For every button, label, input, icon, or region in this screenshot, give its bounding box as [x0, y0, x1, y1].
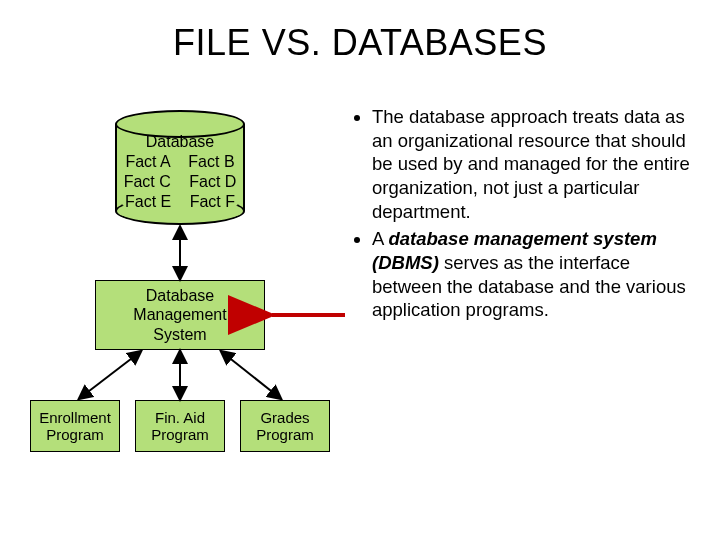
app3-line1: Grades [260, 409, 309, 426]
fact-c: Fact C [124, 173, 171, 190]
fact-b: Fact B [188, 153, 234, 170]
app-box-finaid: Fin. Aid Program [135, 400, 225, 452]
fact-d: Fact D [189, 173, 236, 190]
app2-line1: Fin. Aid [155, 409, 205, 426]
app1-line1: Enrollment [39, 409, 111, 426]
fact-f: Fact F [190, 193, 235, 210]
app-box-grades: Grades Program [240, 400, 330, 452]
page-title: FILE VS. DATABASES [0, 22, 720, 64]
app1-line2: Program [46, 426, 104, 443]
app2-line2: Program [151, 426, 209, 443]
bullet-2: A database management system (DBMS) serv… [372, 227, 695, 322]
app-box-enrollment: Enrollment Program [30, 400, 120, 452]
arrow-dbms-app3 [222, 352, 280, 398]
fact-a: Fact A [125, 153, 169, 170]
dbms-line2: Management [133, 306, 226, 323]
database-cylinder: Database Fact A Fact B Fact C Fact D Fac… [115, 110, 245, 225]
dbms-box: Database Management System [95, 280, 265, 350]
fact-e: Fact E [125, 193, 171, 210]
database-label: Database [115, 132, 245, 152]
app3-line2: Program [256, 426, 314, 443]
arrow-dbms-app1 [80, 352, 140, 398]
bullet-1: The database approach treats data as an … [372, 105, 695, 223]
bullet-list: The database approach treats data as an … [350, 105, 695, 326]
dbms-line3: System [153, 326, 206, 343]
database-cylinder-text: Database Fact A Fact B Fact C Fact D Fac… [115, 132, 245, 212]
dbms-line1: Database [146, 287, 215, 304]
